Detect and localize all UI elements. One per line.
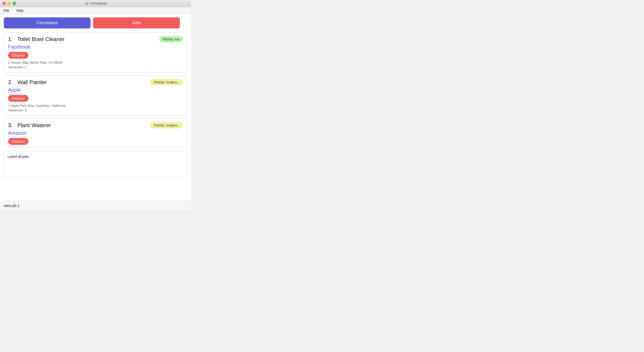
window-title: 🐋 CANdidates [84,2,107,5]
job-card-3[interactable]: 3. Plant Waterer Priority: modera... Ama… [4,118,187,147]
window-icon: 🐋 [84,2,88,5]
job-list: 1. Toilet Bowl Cleaner Priority: low Fac… [4,32,187,147]
title-bar: 🐋 CANdidates [0,0,191,7]
priority-badge-1: Priority: low [159,36,183,42]
company-name-2: Apple [8,87,183,93]
tab-candidates[interactable]: Candidates [4,17,91,28]
tag-badge-1: Cleaner [8,52,28,59]
job-title-text-1: Toilet Bowl Cleaner [17,36,64,42]
menu-help[interactable]: Help [15,8,25,13]
tag-badge-2: Cleaner [8,95,28,102]
job-address-1: 1 Hacker Way, Menlo Park, CA 94025 [8,61,183,64]
job-header-2: 2. Wall Painter Priority: modera... [8,79,183,86]
job-card-2[interactable]: 2. Wall Painter Priority: modera... Appl… [4,75,187,116]
bottom-bar: view job 1 [0,201,191,210]
window-controls [3,2,16,5]
job-title-text-3: Plant Waterer [17,122,51,128]
priority-badge-2: Priority: modera... [150,79,183,85]
main-content: Candidates Jobs 1. Toilet Bowl Cleaner P… [0,14,191,201]
minimize-button[interactable] [8,2,11,5]
close-button[interactable] [3,2,6,5]
menu-bar: File Help [0,7,191,14]
job-address-2: 1 Apple Park Way, Cupertino, California [8,104,183,108]
job-number-2: 2. [8,79,13,85]
job-title-2: 2. Wall Painter [8,79,47,86]
tab-bar: Candidates Jobs [4,17,187,28]
tab-jobs[interactable]: Jobs [93,17,180,28]
company-name-1: Facebook [8,44,183,50]
company-name-3: Amazon [8,130,183,136]
tag-badge-3: Cleaner [8,138,28,145]
job-number-1: 1. [8,36,13,42]
job-number-3: 3. [8,122,13,128]
status-area: Listed all jobs [4,151,187,176]
job-title-3: 3. Plant Waterer [8,122,51,129]
job-title-1: 1. Toilet Bowl Cleaner [8,36,65,43]
status-message: Listed all jobs [8,155,29,159]
window-title-text: CANdidates [90,2,107,5]
maximize-button[interactable] [13,2,16,5]
menu-file[interactable]: File [3,8,10,13]
job-vacancies-1: Vacancies: 1 [8,65,183,69]
job-vacancies-2: Vacancies: 3 [8,108,183,112]
job-header-1: 1. Toilet Bowl Cleaner Priority: low [8,36,183,43]
job-card-1[interactable]: 1. Toilet Bowl Cleaner Priority: low Fac… [4,32,187,73]
job-header-3: 3. Plant Waterer Priority: modera... [8,122,183,129]
job-title-text-2: Wall Painter [17,79,47,85]
priority-badge-3: Priority: modera... [150,122,183,128]
bottom-command: view job 1 [4,204,19,208]
